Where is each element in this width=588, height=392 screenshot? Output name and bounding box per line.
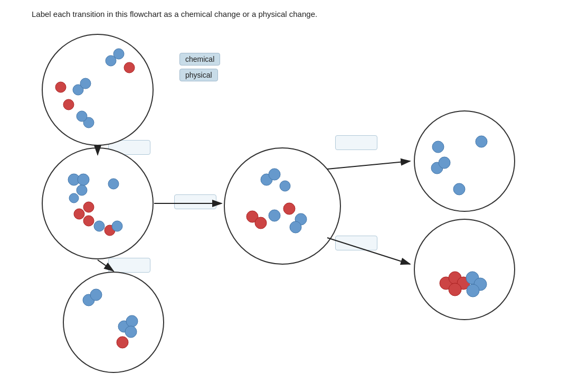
svg-point-21 xyxy=(74,209,84,219)
svg-point-42 xyxy=(290,221,301,233)
svg-point-16 xyxy=(77,111,87,122)
svg-point-15 xyxy=(83,117,94,128)
svg-point-22 xyxy=(83,216,94,226)
svg-point-36 xyxy=(280,181,290,191)
svg-point-0 xyxy=(42,34,153,145)
svg-point-46 xyxy=(439,157,450,169)
svg-point-12 xyxy=(80,78,91,89)
svg-point-30 xyxy=(118,321,130,332)
svg-point-2 xyxy=(63,272,164,372)
svg-point-41 xyxy=(295,213,307,225)
svg-point-31 xyxy=(126,315,138,327)
svg-point-38 xyxy=(255,217,267,229)
svg-point-35 xyxy=(269,169,280,180)
svg-point-52 xyxy=(466,272,479,284)
svg-point-37 xyxy=(246,211,258,222)
svg-point-50 xyxy=(457,277,470,290)
svg-point-48 xyxy=(440,277,452,290)
chemical-label[interactable]: chemical xyxy=(179,53,220,66)
svg-point-13 xyxy=(63,99,74,110)
instructions-text: Label each transition in this flowchart … xyxy=(32,10,317,18)
svg-point-1 xyxy=(42,148,153,259)
svg-point-20 xyxy=(83,202,94,212)
svg-point-14 xyxy=(55,82,66,92)
svg-point-23 xyxy=(94,221,105,231)
svg-point-53 xyxy=(474,278,487,291)
svg-point-49 xyxy=(449,272,461,284)
svg-point-11 xyxy=(73,85,83,95)
svg-point-26 xyxy=(108,179,119,189)
svg-point-18 xyxy=(78,174,89,185)
svg-point-3 xyxy=(224,148,340,264)
svg-point-10 xyxy=(124,62,135,73)
svg-point-34 xyxy=(261,174,272,185)
svg-point-8 xyxy=(106,55,116,66)
svg-point-51 xyxy=(449,283,461,296)
svg-point-47 xyxy=(453,183,465,195)
svg-point-19 xyxy=(77,185,87,195)
svg-point-28 xyxy=(83,294,94,306)
svg-point-45 xyxy=(431,162,443,174)
svg-point-44 xyxy=(476,136,487,147)
svg-point-32 xyxy=(125,326,137,338)
physical-label[interactable]: physical xyxy=(179,69,218,81)
svg-point-43 xyxy=(432,141,444,153)
svg-point-39 xyxy=(269,210,280,221)
svg-point-33 xyxy=(117,337,128,348)
drop-box-2[interactable] xyxy=(108,258,150,273)
svg-point-25 xyxy=(112,221,122,231)
svg-point-29 xyxy=(90,289,102,301)
svg-point-17 xyxy=(68,174,80,185)
flowchart-diagram xyxy=(0,0,588,392)
drop-box-3[interactable] xyxy=(174,194,216,209)
svg-point-24 xyxy=(105,225,115,236)
drop-box-1[interactable] xyxy=(108,140,150,155)
svg-point-40 xyxy=(283,203,295,214)
drop-box-5[interactable] xyxy=(335,236,377,250)
svg-point-9 xyxy=(113,49,124,59)
svg-point-5 xyxy=(414,219,515,320)
svg-point-4 xyxy=(414,111,515,211)
svg-point-27 xyxy=(69,193,79,203)
svg-point-54 xyxy=(467,284,479,297)
drop-box-4[interactable] xyxy=(335,135,377,150)
